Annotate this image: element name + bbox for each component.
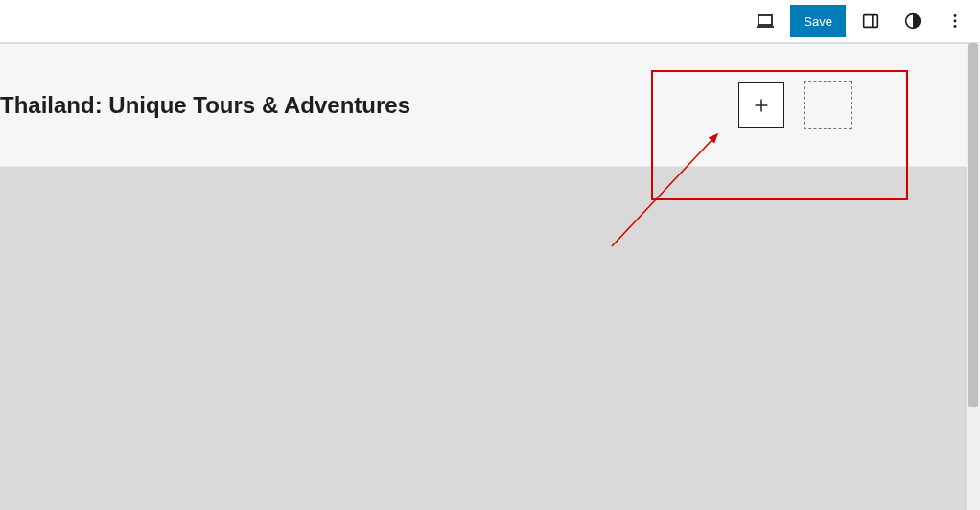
svg-rect-0 <box>758 15 772 25</box>
laptop-icon <box>754 10 777 33</box>
contrast-icon <box>902 11 923 32</box>
empty-block-placeholder[interactable] <box>804 81 852 129</box>
scrollbar[interactable] <box>967 43 980 510</box>
site-title[interactable]: Thailand: Unique Tours & Adventures <box>0 92 410 119</box>
sidebar-toggle-button[interactable] <box>853 4 888 38</box>
svg-point-5 <box>954 14 957 17</box>
site-header-block[interactable]: Thailand: Unique Tours & Adventures <box>0 44 967 167</box>
sidebar-panel-icon <box>860 11 881 32</box>
svg-point-7 <box>954 25 957 28</box>
svg-rect-2 <box>864 15 878 28</box>
add-block-button[interactable] <box>738 82 784 128</box>
view-device-button[interactable] <box>748 4 782 38</box>
navigation-area <box>738 81 967 129</box>
styles-button[interactable] <box>896 4 930 38</box>
more-options-button[interactable] <box>938 4 972 38</box>
scrollbar-thumb[interactable] <box>968 43 978 407</box>
more-vertical-icon <box>945 11 966 32</box>
editor-canvas: Thailand: Unique Tours & Adventures <box>0 44 967 510</box>
plus-icon <box>751 95 772 116</box>
top-toolbar: Save <box>0 0 980 43</box>
save-button[interactable]: Save <box>790 5 846 37</box>
svg-point-6 <box>954 20 957 23</box>
